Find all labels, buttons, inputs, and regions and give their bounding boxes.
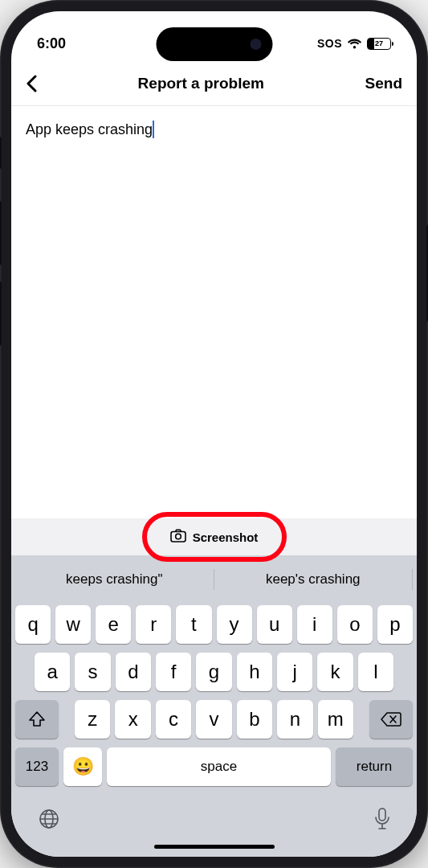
svg-point-1	[175, 534, 181, 539]
key-k[interactable]: k	[317, 653, 353, 691]
key-l[interactable]: l	[358, 653, 393, 691]
text-cursor	[153, 121, 154, 138]
key-p[interactable]: p	[377, 605, 413, 644]
wifi-icon	[347, 38, 362, 49]
key-f[interactable]: f	[156, 653, 191, 691]
phone-frame: 6:00 SOS 27 Report a problem Send App ke…	[0, 0, 428, 868]
key-x[interactable]: x	[115, 700, 150, 739]
keyboard-bottom-row	[15, 795, 413, 833]
keyboard-row-2: a s d f g h j k l	[15, 653, 413, 691]
dynamic-island	[156, 27, 272, 61]
key-c[interactable]: c	[156, 700, 191, 739]
globe-icon[interactable]	[38, 808, 60, 833]
key-a[interactable]: a	[35, 653, 70, 691]
numbers-key[interactable]: 123	[15, 747, 59, 786]
page-title: Report a problem	[138, 75, 264, 92]
key-v[interactable]: v	[196, 700, 231, 739]
space-key[interactable]: space	[107, 747, 331, 786]
screenshot-button[interactable]: Screenshot	[170, 529, 259, 545]
home-indicator[interactable]	[154, 845, 275, 849]
keyboard-row-4: 123 😀 space return	[15, 747, 413, 786]
battery-percentage: 27	[368, 39, 390, 47]
key-r[interactable]: r	[136, 605, 171, 644]
return-key[interactable]: return	[336, 747, 413, 786]
mic-icon[interactable]	[374, 808, 390, 833]
key-w[interactable]: w	[55, 605, 91, 644]
keyboard: keeps crashing" keep's crashing q w e r …	[11, 555, 417, 857]
key-i[interactable]: i	[297, 605, 332, 644]
key-t[interactable]: t	[176, 605, 211, 644]
key-y[interactable]: y	[217, 605, 252, 644]
content-area[interactable]: App keeps crashing	[11, 106, 417, 518]
camera-icon	[170, 529, 186, 545]
status-right: SOS 27	[317, 37, 391, 50]
backspace-key[interactable]	[369, 700, 413, 739]
screenshot-label: Screenshot	[193, 530, 259, 544]
keyboard-row-1: q w e r t y u i o p	[15, 605, 413, 644]
svg-rect-4	[379, 809, 385, 821]
volume-down-button	[0, 281, 2, 346]
battery-icon: 27	[367, 38, 391, 50]
key-o[interactable]: o	[337, 605, 373, 644]
camera-dot	[250, 39, 261, 50]
volume-up-button	[0, 201, 2, 265]
key-h[interactable]: h	[237, 653, 272, 691]
shift-key[interactable]	[15, 700, 59, 739]
key-j[interactable]: j	[277, 653, 312, 691]
suggestion-2[interactable]: keep's crashing	[214, 571, 413, 588]
key-d[interactable]: d	[116, 653, 151, 691]
key-s[interactable]: s	[75, 653, 110, 691]
back-button[interactable]	[26, 75, 37, 92]
keyboard-suggestions: keeps crashing" keep's crashing	[15, 562, 413, 597]
suggestion-1[interactable]: keeps crashing"	[15, 571, 214, 588]
key-m[interactable]: m	[318, 700, 353, 739]
screenshot-bar: Screenshot	[11, 518, 417, 555]
key-z[interactable]: z	[75, 700, 110, 739]
keyboard-row-3: z x c v b n m	[15, 700, 413, 739]
divider	[412, 569, 413, 590]
sos-indicator: SOS	[317, 37, 342, 50]
navigation-bar: Report a problem Send	[11, 61, 417, 106]
key-q[interactable]: q	[15, 605, 51, 644]
screen: 6:00 SOS 27 Report a problem Send App ke…	[11, 11, 417, 857]
key-g[interactable]: g	[196, 653, 231, 691]
key-e[interactable]: e	[96, 605, 131, 644]
svg-rect-0	[171, 532, 185, 542]
status-time: 6:00	[37, 35, 66, 52]
send-button[interactable]: Send	[365, 75, 402, 92]
side-button	[0, 137, 2, 169]
key-b[interactable]: b	[237, 700, 272, 739]
emoji-key[interactable]: 😀	[63, 747, 102, 786]
key-n[interactable]: n	[277, 700, 312, 739]
key-u[interactable]: u	[257, 605, 292, 644]
problem-text-input[interactable]: App keeps crashing	[26, 121, 153, 137]
